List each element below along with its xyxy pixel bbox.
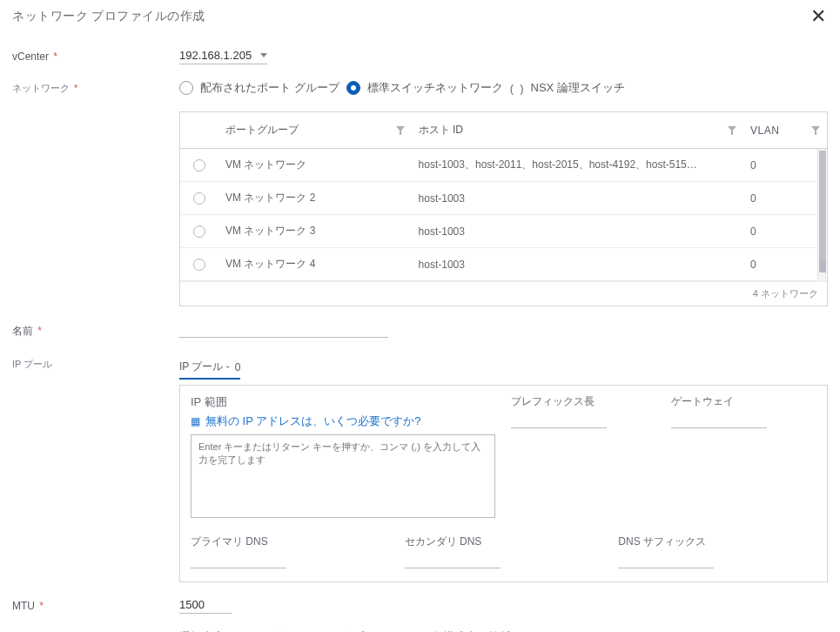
- page-title: ネットワーク プロファイルの作成: [12, 9, 205, 24]
- primary-dns-input[interactable]: [191, 555, 286, 568]
- row-radio[interactable]: [193, 225, 205, 238]
- ip-pool-tab-count: 0: [235, 361, 241, 373]
- cell-port-group: VM ネットワーク: [218, 158, 373, 172]
- filter-icon[interactable]: [811, 126, 820, 135]
- col-host-id[interactable]: ホスト ID: [412, 123, 705, 138]
- radio-distributed[interactable]: [179, 81, 193, 95]
- row-radio[interactable]: [193, 159, 205, 171]
- table-row: VM ネットワーク 3 host-1003 0: [180, 215, 827, 248]
- vcenter-value: 192.168.1.205: [179, 49, 252, 62]
- name-input[interactable]: [179, 322, 388, 338]
- dns-suffix-label: DNS サフィックス: [618, 535, 816, 549]
- col-vlan[interactable]: VLAN: [743, 124, 796, 137]
- calculator-icon: ▦: [191, 415, 200, 427]
- cell-host-id: host-1003、host-2011、host-2015、host-4192、…: [412, 158, 705, 172]
- gateway-label: ゲートウェイ: [671, 394, 816, 409]
- close-icon[interactable]: ✕: [810, 9, 828, 24]
- cell-vlan: 0: [743, 259, 796, 271]
- ip-pool-label: IP プール: [12, 356, 179, 371]
- cell-vlan: 0: [743, 192, 796, 205]
- chevron-down-icon: [260, 53, 267, 57]
- dns-suffix-input[interactable]: [618, 555, 714, 568]
- ip-range-input[interactable]: [191, 434, 495, 518]
- mtu-label: MTU: [12, 598, 179, 612]
- cell-port-group: VM ネットワーク 3: [218, 224, 373, 239]
- radio-distributed-label: 配布されたポート グループ: [200, 80, 339, 96]
- name-label: 名前: [12, 322, 179, 339]
- cell-host-id: host-1003: [412, 225, 705, 238]
- radio-standard[interactable]: [346, 81, 360, 95]
- table-row: VM ネットワーク host-1003、host-2011、host-2015、…: [180, 149, 827, 182]
- radio-standard-label: 標準スイッチネットワーク: [367, 80, 503, 96]
- cell-host-id: host-1003: [412, 192, 705, 205]
- cell-port-group: VM ネットワーク 4: [218, 257, 373, 272]
- network-table-body[interactable]: VM ネットワーク host-1003、host-2011、host-2015、…: [180, 149, 827, 281]
- prefix-length-label: プレフィックス長: [511, 394, 655, 409]
- ip-help-text: 無料の IP アドレスは、いくつ必要ですか?: [205, 413, 421, 429]
- filter-icon[interactable]: [396, 126, 405, 135]
- ip-help-link[interactable]: ▦ 無料の IP アドレスは、いくつ必要ですか?: [191, 413, 495, 429]
- prefix-length-input[interactable]: [511, 414, 607, 428]
- col-port-group[interactable]: ポートグループ: [218, 123, 373, 138]
- cell-vlan: 0: [743, 159, 796, 171]
- cell-port-group: VM ネットワーク 2: [218, 191, 373, 205]
- row-radio[interactable]: [193, 259, 205, 271]
- secondary-dns-label: セカンダリ DNS: [405, 535, 603, 549]
- secondary-dns-input[interactable]: [405, 555, 501, 568]
- table-row: VM ネットワーク 2 host-1003 0: [180, 182, 827, 215]
- radio-nsx-label: NSX 論理スイッチ: [531, 80, 625, 96]
- gateway-input[interactable]: [671, 414, 767, 428]
- table-row: VM ネットワーク 4 host-1003 0: [180, 248, 827, 281]
- row-radio[interactable]: [193, 192, 205, 205]
- scrollbar-thumb[interactable]: [819, 151, 826, 272]
- network-table: ポートグループ ホスト ID VLAN VM ネットワーク: [179, 111, 828, 306]
- network-label: ネットワーク: [12, 80, 179, 95]
- scrollbar-track[interactable]: [817, 149, 826, 281]
- table-footer: 4 ネットワーク: [180, 281, 827, 306]
- primary-dns-label: プライマリ DNS: [191, 535, 389, 549]
- ip-pool-tab-text: IP プール -: [179, 360, 230, 374]
- ip-range-label: IP 範囲: [191, 394, 495, 410]
- vcenter-dropdown[interactable]: 192.168.1.205: [179, 49, 267, 64]
- cell-vlan: 0: [743, 225, 796, 238]
- ip-pool-tab[interactable]: IP プール - 0: [179, 356, 240, 380]
- vcenter-label: vCenter: [12, 49, 179, 63]
- ip-pool-panel: IP 範囲 ▦ 無料の IP アドレスは、いくつ必要ですか? プレフィックス長: [179, 385, 828, 582]
- mtu-value: 1500: [179, 598, 205, 611]
- filter-icon[interactable]: [728, 126, 736, 135]
- mtu-input[interactable]: 1500: [179, 598, 232, 614]
- dialog-network-profile-create: ネットワーク プロファイルの作成 ✕ vCenter 192.168.1.205…: [0, 0, 840, 632]
- cell-host-id: host-1003: [412, 259, 705, 271]
